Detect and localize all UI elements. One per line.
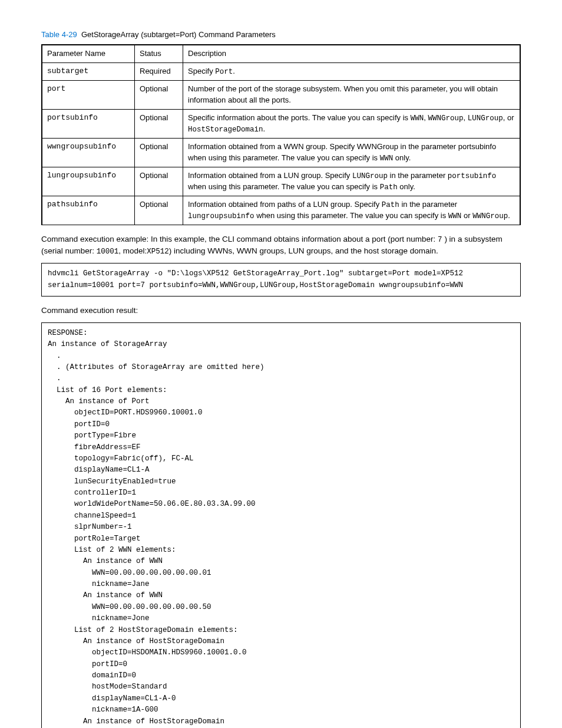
param-status: Optional	[135, 196, 183, 225]
header-status: Status	[135, 45, 183, 62]
param-name: lungroupsubinfo	[42, 167, 135, 196]
param-name: subtarget	[42, 62, 135, 80]
param-status: Optional	[135, 138, 183, 167]
command-box: hdvmcli GetStorageArray -o "D:\logs\XP51…	[41, 263, 521, 297]
param-description: Information obtained from a WWN group. S…	[183, 138, 521, 167]
param-name: portsubinfo	[42, 109, 135, 138]
header-parameter-name: Parameter Name	[42, 45, 135, 62]
example-serial: 10001	[97, 248, 119, 256]
param-name: port	[42, 80, 135, 109]
example-lead: Command execution example: In this examp…	[41, 235, 438, 243]
param-status: Optional	[135, 109, 183, 138]
table-row: wwngroupsubinfoOptionalInformation obtai…	[42, 138, 520, 167]
param-description: Specify Port.	[183, 62, 521, 80]
example-port-num: 7	[438, 236, 442, 244]
table-row: subtargetRequiredSpecify Port.	[42, 62, 520, 80]
param-description: Number of the port of the storage subsys…	[183, 80, 521, 109]
table-row: pathsubinfoOptionalInformation obtained …	[42, 196, 520, 225]
parameters-table: Parameter Name Status Description subtar…	[41, 44, 521, 225]
example-tail: ) including WWNs, WWN groups, LUN groups…	[169, 246, 438, 255]
example-mid2: , model:	[118, 246, 147, 255]
param-description: Information obtained from paths of a LUN…	[183, 196, 521, 225]
param-status: Optional	[135, 80, 183, 109]
example-model: XP512	[147, 248, 169, 256]
example-paragraph: Command execution example: In this examp…	[41, 233, 521, 257]
result-box: RESPONSE: An instance of StorageArray . …	[41, 322, 521, 728]
table-header-row: Parameter Name Status Description	[42, 45, 520, 62]
table-title-text: GetStorageArray (subtarget=Port) Command…	[81, 30, 276, 39]
table-row: portOptionalNumber of the port of the st…	[42, 80, 520, 109]
param-name: wwngroupsubinfo	[42, 138, 135, 167]
result-label: Command execution result:	[41, 305, 521, 317]
param-status: Optional	[135, 167, 183, 196]
table-label: Table 4-29	[41, 30, 77, 39]
param-description: Specific information about the ports. Th…	[183, 109, 521, 138]
table-row: portsubinfoOptionalSpecific information …	[42, 109, 520, 138]
header-description: Description	[183, 45, 521, 62]
param-description: Information obtained from a LUN group. S…	[183, 167, 521, 196]
param-status: Required	[135, 62, 183, 80]
param-name: pathsubinfo	[42, 196, 135, 225]
table-caption: Table 4-29 GetStorageArray (subtarget=Po…	[41, 29, 521, 41]
table-row: lungroupsubinfoOptionalInformation obtai…	[42, 167, 520, 196]
